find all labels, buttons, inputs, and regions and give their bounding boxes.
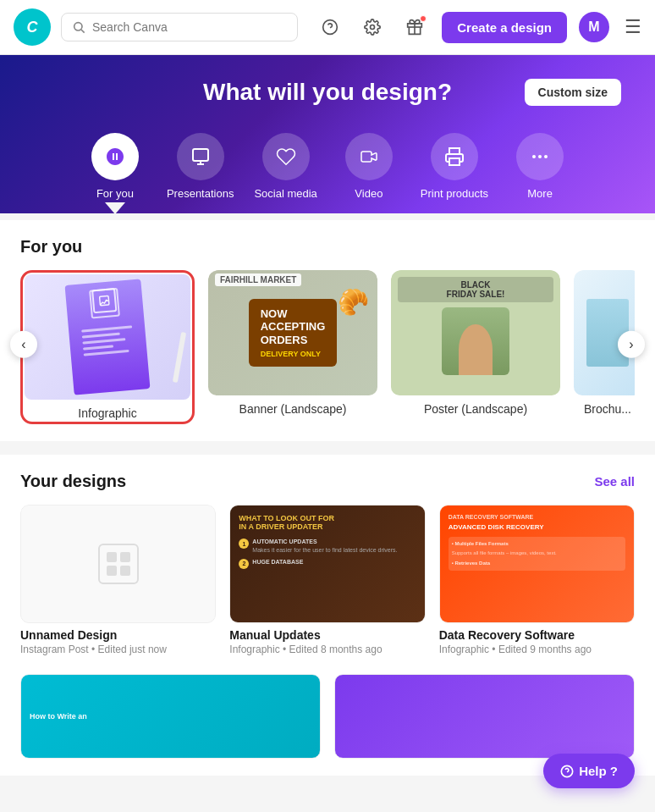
card-poster-landscape[interactable]: BLACKFRIDAY SALE! Poster (Landscape) (391, 270, 560, 424)
manual-design-info: Manual Updates Infographic • Edited 8 mo… (229, 623, 425, 660)
print-products-label: Print products (421, 187, 488, 207)
poster-thumbnail: BLACKFRIDAY SALE! (391, 270, 560, 395)
header: C Create a design M ☰ (0, 0, 655, 55)
presentations-icon (177, 133, 224, 180)
svg-point-4 (371, 25, 375, 30)
more-icon (516, 133, 564, 180)
see-all-link[interactable]: See all (594, 474, 635, 489)
carousel-next-button[interactable]: › (618, 331, 645, 358)
your-designs-title: Your designs (20, 472, 126, 491)
your-designs-section: Your designs See all Unnamed Design Inst… (0, 455, 655, 776)
infographic-inner (65, 279, 151, 395)
social-media-label: Social media (254, 187, 316, 207)
design-card-how-to-write[interactable]: How to Write an (20, 674, 321, 759)
avatar[interactable]: M (579, 12, 609, 42)
unnamed-design-info: Unnamed Design Instagram Post • Edited j… (20, 623, 216, 660)
custom-size-button[interactable]: Custom size (525, 79, 621, 106)
help-icon-btn[interactable] (315, 12, 345, 42)
presentations-label: Presentations (167, 187, 234, 207)
header-icons: Create a design M ☰ (315, 12, 641, 43)
active-indicator (105, 202, 125, 214)
svg-rect-8 (449, 158, 460, 165)
social-media-icon (262, 133, 310, 180)
canva-logo[interactable]: C (14, 8, 51, 46)
cards-container: ‹ (20, 270, 635, 424)
manual-design-name: Manual Updates (229, 628, 425, 642)
svg-point-9 (532, 155, 536, 158)
unnamed-design-meta: Instagram Post • Edited just now (20, 644, 216, 655)
hero-banner: What will you design? Custom size For yo… (0, 55, 655, 213)
search-input[interactable] (92, 20, 287, 34)
category-presentations[interactable]: Presentations (160, 126, 241, 213)
infographic-label: Infographic (25, 406, 190, 420)
gear-icon (364, 19, 381, 36)
svg-rect-7 (193, 149, 208, 161)
for-you-section-title: For you (20, 237, 635, 257)
design-card-disk[interactable]: DATA RECOVERY SOFTWARE ADVANCED DISK REC… (439, 505, 635, 660)
manual-inner: WHAT TO LOOK OUT FORIN A DRIVER UPDATER … (230, 505, 424, 622)
pencil-decoration (173, 332, 186, 383)
help-label: Help ? (579, 764, 618, 778)
search-icon (72, 20, 85, 34)
disk-design-thumbnail: DATA RECOVERY SOFTWARE ADVANCED DISK REC… (439, 505, 635, 623)
design-card-manual[interactable]: WHAT TO LOOK OUT FORIN A DRIVER UPDATER … (229, 505, 425, 660)
disk-design-info: Data Recovery Software Infographic • Edi… (439, 623, 635, 660)
designs-header: Your designs See all (20, 472, 635, 491)
svg-point-0 (74, 23, 82, 30)
manual-design-thumbnail: WHAT TO LOOK OUT FORIN A DRIVER UPDATER … (229, 505, 425, 623)
video-label: Video (355, 187, 383, 207)
purple-design-thumbnail (334, 674, 635, 759)
disk-design-meta: Infographic • Edited 9 months ago (439, 644, 635, 655)
banner-landscape-label: Banner (Landscape) (208, 402, 377, 416)
brochure-label: Brochu... (574, 402, 635, 416)
design-card-purple[interactable] (334, 674, 635, 759)
design-card-unnamed[interactable]: Unnamed Design Instagram Post • Edited j… (20, 505, 216, 660)
for-you-icon (91, 133, 139, 180)
svg-point-10 (538, 155, 542, 158)
logo-text: C (27, 19, 38, 36)
unnamed-design-name: Unnamed Design (20, 628, 216, 642)
card-infographic[interactable]: Infographic (20, 270, 195, 424)
category-for-you[interactable]: For you (77, 126, 153, 213)
video-icon (345, 133, 393, 180)
disk-design-name: Data Recovery Software (439, 628, 635, 642)
category-social-media[interactable]: Social media (247, 126, 323, 213)
notification-dot (420, 15, 427, 22)
poster-landscape-label: Poster (Landscape) (391, 402, 560, 416)
manual-design-meta: Infographic • Edited 8 months ago (229, 644, 425, 655)
designs-grid-bottom: How to Write an (20, 674, 635, 759)
gift-icon-btn[interactable] (399, 12, 430, 42)
how-to-write-thumbnail: How to Write an (20, 674, 321, 759)
category-more[interactable]: More (502, 126, 578, 213)
disk-inner: DATA RECOVERY SOFTWARE ADVANCED DISK REC… (440, 505, 634, 622)
card-banner-landscape[interactable]: FAIRHILL MARKET NOWACCEPTINGORDERS DELIV… (208, 270, 377, 424)
category-video[interactable]: Video (331, 126, 407, 213)
svg-point-11 (544, 155, 548, 158)
hamburger-icon[interactable]: ☰ (625, 16, 641, 38)
more-label: More (527, 187, 553, 207)
infographic-lines (81, 322, 135, 359)
search-bar[interactable] (61, 13, 298, 41)
for-you-section: For you ‹ (0, 220, 655, 441)
svg-line-1 (81, 30, 85, 33)
carousel-prev-button[interactable]: ‹ (10, 331, 37, 358)
help-button[interactable]: Help ? (543, 754, 635, 788)
blank-icon (98, 544, 139, 584)
infographic-thumbnail (25, 274, 190, 400)
designs-grid: Unnamed Design Instagram Post • Edited j… (20, 505, 635, 660)
settings-icon-btn[interactable] (357, 12, 388, 42)
category-print-products[interactable]: Print products (414, 126, 495, 213)
for-you-cards: Infographic FAIRHILL MARKET NOWACCEPTING… (20, 270, 635, 424)
question-icon (322, 19, 339, 36)
banner-thumbnail: FAIRHILL MARKET NOWACCEPTINGORDERS DELIV… (208, 270, 377, 395)
create-design-button[interactable]: Create a design (442, 12, 567, 43)
print-products-icon (431, 133, 478, 180)
help-question-icon (560, 765, 574, 778)
category-row: For you Presentations Social media Video (34, 126, 621, 213)
unnamed-design-thumbnail (20, 505, 216, 623)
